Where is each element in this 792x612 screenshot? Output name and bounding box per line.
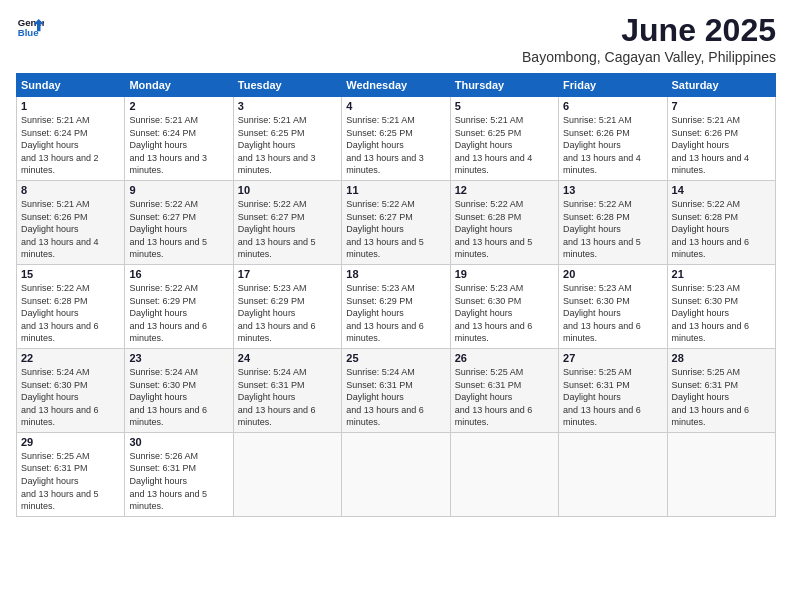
table-cell: 18 Sunrise: 5:23 AM Sunset: 6:29 PM Dayl… bbox=[342, 264, 450, 348]
day-number: 28 bbox=[672, 352, 771, 364]
day-info: Sunrise: 5:22 AM Sunset: 6:28 PM Dayligh… bbox=[563, 198, 662, 261]
table-cell: 28 Sunrise: 5:25 AM Sunset: 6:31 PM Dayl… bbox=[667, 348, 775, 432]
day-info: Sunrise: 5:24 AM Sunset: 6:31 PM Dayligh… bbox=[346, 366, 445, 429]
day-number: 16 bbox=[129, 268, 228, 280]
table-cell: 14 Sunrise: 5:22 AM Sunset: 6:28 PM Dayl… bbox=[667, 180, 775, 264]
table-cell: 23 Sunrise: 5:24 AM Sunset: 6:30 PM Dayl… bbox=[125, 348, 233, 432]
day-number: 9 bbox=[129, 184, 228, 196]
table-cell: 17 Sunrise: 5:23 AM Sunset: 6:29 PM Dayl… bbox=[233, 264, 341, 348]
day-number: 13 bbox=[563, 184, 662, 196]
day-number: 20 bbox=[563, 268, 662, 280]
day-number: 25 bbox=[346, 352, 445, 364]
col-wednesday: Wednesday bbox=[342, 74, 450, 97]
table-cell bbox=[559, 432, 667, 516]
day-number: 21 bbox=[672, 268, 771, 280]
day-info: Sunrise: 5:22 AM Sunset: 6:27 PM Dayligh… bbox=[238, 198, 337, 261]
day-info: Sunrise: 5:23 AM Sunset: 6:30 PM Dayligh… bbox=[672, 282, 771, 345]
table-cell: 10 Sunrise: 5:22 AM Sunset: 6:27 PM Dayl… bbox=[233, 180, 341, 264]
day-info: Sunrise: 5:23 AM Sunset: 6:30 PM Dayligh… bbox=[563, 282, 662, 345]
day-info: Sunrise: 5:22 AM Sunset: 6:28 PM Dayligh… bbox=[672, 198, 771, 261]
table-cell: 1 Sunrise: 5:21 AM Sunset: 6:24 PM Dayli… bbox=[17, 97, 125, 181]
table-cell: 26 Sunrise: 5:25 AM Sunset: 6:31 PM Dayl… bbox=[450, 348, 558, 432]
day-info: Sunrise: 5:21 AM Sunset: 6:26 PM Dayligh… bbox=[672, 114, 771, 177]
table-cell: 20 Sunrise: 5:23 AM Sunset: 6:30 PM Dayl… bbox=[559, 264, 667, 348]
table-cell bbox=[667, 432, 775, 516]
day-info: Sunrise: 5:24 AM Sunset: 6:30 PM Dayligh… bbox=[129, 366, 228, 429]
day-info: Sunrise: 5:24 AM Sunset: 6:30 PM Dayligh… bbox=[21, 366, 120, 429]
day-number: 24 bbox=[238, 352, 337, 364]
svg-text:Blue: Blue bbox=[18, 27, 39, 38]
table-cell: 24 Sunrise: 5:24 AM Sunset: 6:31 PM Dayl… bbox=[233, 348, 341, 432]
month-title: June 2025 bbox=[522, 12, 776, 49]
day-info: Sunrise: 5:21 AM Sunset: 6:26 PM Dayligh… bbox=[21, 198, 120, 261]
day-info: Sunrise: 5:24 AM Sunset: 6:31 PM Dayligh… bbox=[238, 366, 337, 429]
day-info: Sunrise: 5:21 AM Sunset: 6:26 PM Dayligh… bbox=[563, 114, 662, 177]
table-cell: 19 Sunrise: 5:23 AM Sunset: 6:30 PM Dayl… bbox=[450, 264, 558, 348]
day-number: 10 bbox=[238, 184, 337, 196]
table-cell: 13 Sunrise: 5:22 AM Sunset: 6:28 PM Dayl… bbox=[559, 180, 667, 264]
col-monday: Monday bbox=[125, 74, 233, 97]
col-sunday: Sunday bbox=[17, 74, 125, 97]
day-number: 11 bbox=[346, 184, 445, 196]
col-saturday: Saturday bbox=[667, 74, 775, 97]
day-number: 12 bbox=[455, 184, 554, 196]
table-cell: 7 Sunrise: 5:21 AM Sunset: 6:26 PM Dayli… bbox=[667, 97, 775, 181]
day-number: 18 bbox=[346, 268, 445, 280]
day-info: Sunrise: 5:23 AM Sunset: 6:29 PM Dayligh… bbox=[346, 282, 445, 345]
table-cell: 12 Sunrise: 5:22 AM Sunset: 6:28 PM Dayl… bbox=[450, 180, 558, 264]
day-info: Sunrise: 5:25 AM Sunset: 6:31 PM Dayligh… bbox=[455, 366, 554, 429]
day-info: Sunrise: 5:25 AM Sunset: 6:31 PM Dayligh… bbox=[21, 450, 120, 513]
table-cell: 21 Sunrise: 5:23 AM Sunset: 6:30 PM Dayl… bbox=[667, 264, 775, 348]
day-info: Sunrise: 5:22 AM Sunset: 6:28 PM Dayligh… bbox=[455, 198, 554, 261]
subtitle: Bayombong, Cagayan Valley, Philippines bbox=[522, 49, 776, 65]
day-number: 5 bbox=[455, 100, 554, 112]
day-info: Sunrise: 5:23 AM Sunset: 6:30 PM Dayligh… bbox=[455, 282, 554, 345]
day-number: 4 bbox=[346, 100, 445, 112]
logo-icon: General Blue bbox=[16, 12, 44, 40]
day-info: Sunrise: 5:23 AM Sunset: 6:29 PM Dayligh… bbox=[238, 282, 337, 345]
table-cell: 22 Sunrise: 5:24 AM Sunset: 6:30 PM Dayl… bbox=[17, 348, 125, 432]
day-number: 23 bbox=[129, 352, 228, 364]
table-cell: 15 Sunrise: 5:22 AM Sunset: 6:28 PM Dayl… bbox=[17, 264, 125, 348]
table-cell: 5 Sunrise: 5:21 AM Sunset: 6:25 PM Dayli… bbox=[450, 97, 558, 181]
col-friday: Friday bbox=[559, 74, 667, 97]
day-number: 15 bbox=[21, 268, 120, 280]
day-number: 29 bbox=[21, 436, 120, 448]
day-number: 26 bbox=[455, 352, 554, 364]
table-cell: 3 Sunrise: 5:21 AM Sunset: 6:25 PM Dayli… bbox=[233, 97, 341, 181]
table-cell: 29 Sunrise: 5:25 AM Sunset: 6:31 PM Dayl… bbox=[17, 432, 125, 516]
day-number: 17 bbox=[238, 268, 337, 280]
day-info: Sunrise: 5:21 AM Sunset: 6:25 PM Dayligh… bbox=[346, 114, 445, 177]
logo: General Blue bbox=[16, 12, 44, 40]
day-info: Sunrise: 5:21 AM Sunset: 6:25 PM Dayligh… bbox=[238, 114, 337, 177]
table-cell: 8 Sunrise: 5:21 AM Sunset: 6:26 PM Dayli… bbox=[17, 180, 125, 264]
day-info: Sunrise: 5:22 AM Sunset: 6:28 PM Dayligh… bbox=[21, 282, 120, 345]
table-cell: 9 Sunrise: 5:22 AM Sunset: 6:27 PM Dayli… bbox=[125, 180, 233, 264]
day-number: 3 bbox=[238, 100, 337, 112]
day-number: 14 bbox=[672, 184, 771, 196]
day-info: Sunrise: 5:21 AM Sunset: 6:25 PM Dayligh… bbox=[455, 114, 554, 177]
day-info: Sunrise: 5:21 AM Sunset: 6:24 PM Dayligh… bbox=[129, 114, 228, 177]
table-cell bbox=[233, 432, 341, 516]
table-cell: 6 Sunrise: 5:21 AM Sunset: 6:26 PM Dayli… bbox=[559, 97, 667, 181]
day-info: Sunrise: 5:26 AM Sunset: 6:31 PM Dayligh… bbox=[129, 450, 228, 513]
page: General Blue June 2025 Bayombong, Cagaya… bbox=[0, 0, 792, 612]
day-info: Sunrise: 5:25 AM Sunset: 6:31 PM Dayligh… bbox=[563, 366, 662, 429]
table-cell: 27 Sunrise: 5:25 AM Sunset: 6:31 PM Dayl… bbox=[559, 348, 667, 432]
day-number: 1 bbox=[21, 100, 120, 112]
table-cell bbox=[342, 432, 450, 516]
table-cell bbox=[450, 432, 558, 516]
day-info: Sunrise: 5:22 AM Sunset: 6:29 PM Dayligh… bbox=[129, 282, 228, 345]
day-number: 8 bbox=[21, 184, 120, 196]
header-area: General Blue June 2025 Bayombong, Cagaya… bbox=[16, 12, 776, 65]
day-number: 6 bbox=[563, 100, 662, 112]
table-cell: 4 Sunrise: 5:21 AM Sunset: 6:25 PM Dayli… bbox=[342, 97, 450, 181]
col-tuesday: Tuesday bbox=[233, 74, 341, 97]
day-number: 30 bbox=[129, 436, 228, 448]
day-number: 7 bbox=[672, 100, 771, 112]
calendar-table: Sunday Monday Tuesday Wednesday Thursday… bbox=[16, 73, 776, 517]
day-info: Sunrise: 5:22 AM Sunset: 6:27 PM Dayligh… bbox=[346, 198, 445, 261]
header-row: Sunday Monday Tuesday Wednesday Thursday… bbox=[17, 74, 776, 97]
col-thursday: Thursday bbox=[450, 74, 558, 97]
table-cell: 2 Sunrise: 5:21 AM Sunset: 6:24 PM Dayli… bbox=[125, 97, 233, 181]
